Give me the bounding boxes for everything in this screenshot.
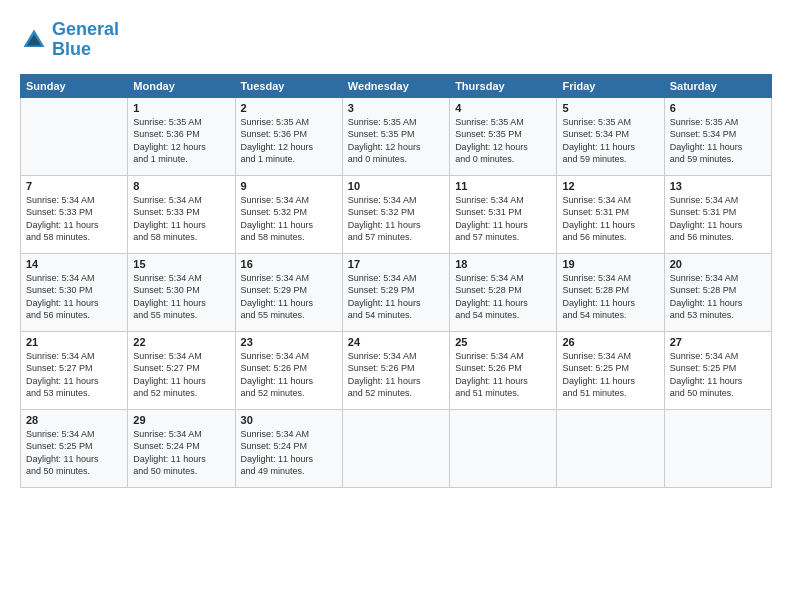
day-info: Sunrise: 5:34 AM Sunset: 5:30 PM Dayligh…	[26, 272, 122, 322]
calendar-cell: 28Sunrise: 5:34 AM Sunset: 5:25 PM Dayli…	[21, 409, 128, 487]
calendar-cell: 13Sunrise: 5:34 AM Sunset: 5:31 PM Dayli…	[664, 175, 771, 253]
calendar-table: SundayMondayTuesdayWednesdayThursdayFrid…	[20, 74, 772, 488]
day-info: Sunrise: 5:34 AM Sunset: 5:31 PM Dayligh…	[670, 194, 766, 244]
day-number: 30	[241, 414, 337, 426]
day-number: 21	[26, 336, 122, 348]
day-info: Sunrise: 5:34 AM Sunset: 5:24 PM Dayligh…	[241, 428, 337, 478]
calendar-cell: 2Sunrise: 5:35 AM Sunset: 5:36 PM Daylig…	[235, 97, 342, 175]
day-number: 6	[670, 102, 766, 114]
week-row-3: 14Sunrise: 5:34 AM Sunset: 5:30 PM Dayli…	[21, 253, 772, 331]
calendar-cell: 30Sunrise: 5:34 AM Sunset: 5:24 PM Dayli…	[235, 409, 342, 487]
calendar-cell	[557, 409, 664, 487]
weekday-header-friday: Friday	[557, 74, 664, 97]
calendar-cell: 15Sunrise: 5:34 AM Sunset: 5:30 PM Dayli…	[128, 253, 235, 331]
calendar-cell: 20Sunrise: 5:34 AM Sunset: 5:28 PM Dayli…	[664, 253, 771, 331]
day-number: 9	[241, 180, 337, 192]
calendar-cell: 23Sunrise: 5:34 AM Sunset: 5:26 PM Dayli…	[235, 331, 342, 409]
day-info: Sunrise: 5:34 AM Sunset: 5:28 PM Dayligh…	[455, 272, 551, 322]
calendar-cell: 6Sunrise: 5:35 AM Sunset: 5:34 PM Daylig…	[664, 97, 771, 175]
day-info: Sunrise: 5:34 AM Sunset: 5:26 PM Dayligh…	[348, 350, 444, 400]
day-info: Sunrise: 5:34 AM Sunset: 5:32 PM Dayligh…	[241, 194, 337, 244]
day-number: 25	[455, 336, 551, 348]
day-info: Sunrise: 5:34 AM Sunset: 5:28 PM Dayligh…	[670, 272, 766, 322]
day-number: 19	[562, 258, 658, 270]
week-row-1: 1Sunrise: 5:35 AM Sunset: 5:36 PM Daylig…	[21, 97, 772, 175]
day-number: 12	[562, 180, 658, 192]
calendar-cell: 4Sunrise: 5:35 AM Sunset: 5:35 PM Daylig…	[450, 97, 557, 175]
day-number: 7	[26, 180, 122, 192]
day-info: Sunrise: 5:34 AM Sunset: 5:33 PM Dayligh…	[26, 194, 122, 244]
weekday-header-tuesday: Tuesday	[235, 74, 342, 97]
calendar-cell: 10Sunrise: 5:34 AM Sunset: 5:32 PM Dayli…	[342, 175, 449, 253]
weekday-header-saturday: Saturday	[664, 74, 771, 97]
calendar-cell: 27Sunrise: 5:34 AM Sunset: 5:25 PM Dayli…	[664, 331, 771, 409]
calendar-cell	[664, 409, 771, 487]
calendar-cell: 25Sunrise: 5:34 AM Sunset: 5:26 PM Dayli…	[450, 331, 557, 409]
day-number: 17	[348, 258, 444, 270]
day-info: Sunrise: 5:34 AM Sunset: 5:28 PM Dayligh…	[562, 272, 658, 322]
weekday-header-sunday: Sunday	[21, 74, 128, 97]
day-number: 20	[670, 258, 766, 270]
day-info: Sunrise: 5:34 AM Sunset: 5:32 PM Dayligh…	[348, 194, 444, 244]
day-info: Sunrise: 5:35 AM Sunset: 5:36 PM Dayligh…	[133, 116, 229, 166]
day-number: 13	[670, 180, 766, 192]
day-info: Sunrise: 5:34 AM Sunset: 5:31 PM Dayligh…	[562, 194, 658, 244]
day-info: Sunrise: 5:34 AM Sunset: 5:29 PM Dayligh…	[241, 272, 337, 322]
day-number: 4	[455, 102, 551, 114]
calendar-cell: 22Sunrise: 5:34 AM Sunset: 5:27 PM Dayli…	[128, 331, 235, 409]
day-number: 5	[562, 102, 658, 114]
day-info: Sunrise: 5:34 AM Sunset: 5:25 PM Dayligh…	[562, 350, 658, 400]
day-number: 22	[133, 336, 229, 348]
calendar-cell: 16Sunrise: 5:34 AM Sunset: 5:29 PM Dayli…	[235, 253, 342, 331]
calendar-cell: 18Sunrise: 5:34 AM Sunset: 5:28 PM Dayli…	[450, 253, 557, 331]
weekday-header-thursday: Thursday	[450, 74, 557, 97]
calendar-cell: 11Sunrise: 5:34 AM Sunset: 5:31 PM Dayli…	[450, 175, 557, 253]
day-number: 8	[133, 180, 229, 192]
day-number: 23	[241, 336, 337, 348]
day-info: Sunrise: 5:35 AM Sunset: 5:34 PM Dayligh…	[670, 116, 766, 166]
calendar-cell: 29Sunrise: 5:34 AM Sunset: 5:24 PM Dayli…	[128, 409, 235, 487]
weekday-header-monday: Monday	[128, 74, 235, 97]
logo-text: GeneralBlue	[52, 20, 119, 60]
calendar-cell: 26Sunrise: 5:34 AM Sunset: 5:25 PM Dayli…	[557, 331, 664, 409]
week-row-4: 21Sunrise: 5:34 AM Sunset: 5:27 PM Dayli…	[21, 331, 772, 409]
calendar-cell: 12Sunrise: 5:34 AM Sunset: 5:31 PM Dayli…	[557, 175, 664, 253]
day-info: Sunrise: 5:34 AM Sunset: 5:30 PM Dayligh…	[133, 272, 229, 322]
calendar-cell: 3Sunrise: 5:35 AM Sunset: 5:35 PM Daylig…	[342, 97, 449, 175]
day-number: 29	[133, 414, 229, 426]
day-number: 16	[241, 258, 337, 270]
day-info: Sunrise: 5:35 AM Sunset: 5:34 PM Dayligh…	[562, 116, 658, 166]
day-info: Sunrise: 5:34 AM Sunset: 5:24 PM Dayligh…	[133, 428, 229, 478]
day-number: 15	[133, 258, 229, 270]
weekday-header-wednesday: Wednesday	[342, 74, 449, 97]
calendar-cell	[450, 409, 557, 487]
day-number: 27	[670, 336, 766, 348]
week-row-2: 7Sunrise: 5:34 AM Sunset: 5:33 PM Daylig…	[21, 175, 772, 253]
calendar-cell: 1Sunrise: 5:35 AM Sunset: 5:36 PM Daylig…	[128, 97, 235, 175]
day-number: 10	[348, 180, 444, 192]
day-number: 3	[348, 102, 444, 114]
calendar-cell: 9Sunrise: 5:34 AM Sunset: 5:32 PM Daylig…	[235, 175, 342, 253]
day-info: Sunrise: 5:35 AM Sunset: 5:35 PM Dayligh…	[348, 116, 444, 166]
weekday-header-row: SundayMondayTuesdayWednesdayThursdayFrid…	[21, 74, 772, 97]
day-info: Sunrise: 5:34 AM Sunset: 5:29 PM Dayligh…	[348, 272, 444, 322]
calendar-cell: 7Sunrise: 5:34 AM Sunset: 5:33 PM Daylig…	[21, 175, 128, 253]
day-info: Sunrise: 5:34 AM Sunset: 5:27 PM Dayligh…	[133, 350, 229, 400]
calendar-cell: 24Sunrise: 5:34 AM Sunset: 5:26 PM Dayli…	[342, 331, 449, 409]
day-info: Sunrise: 5:35 AM Sunset: 5:35 PM Dayligh…	[455, 116, 551, 166]
calendar-cell	[21, 97, 128, 175]
day-number: 11	[455, 180, 551, 192]
day-number: 28	[26, 414, 122, 426]
day-number: 18	[455, 258, 551, 270]
calendar-cell: 21Sunrise: 5:34 AM Sunset: 5:27 PM Dayli…	[21, 331, 128, 409]
calendar-cell: 19Sunrise: 5:34 AM Sunset: 5:28 PM Dayli…	[557, 253, 664, 331]
day-number: 1	[133, 102, 229, 114]
calendar-cell: 8Sunrise: 5:34 AM Sunset: 5:33 PM Daylig…	[128, 175, 235, 253]
day-info: Sunrise: 5:34 AM Sunset: 5:33 PM Dayligh…	[133, 194, 229, 244]
day-info: Sunrise: 5:35 AM Sunset: 5:36 PM Dayligh…	[241, 116, 337, 166]
day-info: Sunrise: 5:34 AM Sunset: 5:25 PM Dayligh…	[670, 350, 766, 400]
week-row-5: 28Sunrise: 5:34 AM Sunset: 5:25 PM Dayli…	[21, 409, 772, 487]
calendar-cell: 5Sunrise: 5:35 AM Sunset: 5:34 PM Daylig…	[557, 97, 664, 175]
day-number: 26	[562, 336, 658, 348]
day-info: Sunrise: 5:34 AM Sunset: 5:31 PM Dayligh…	[455, 194, 551, 244]
